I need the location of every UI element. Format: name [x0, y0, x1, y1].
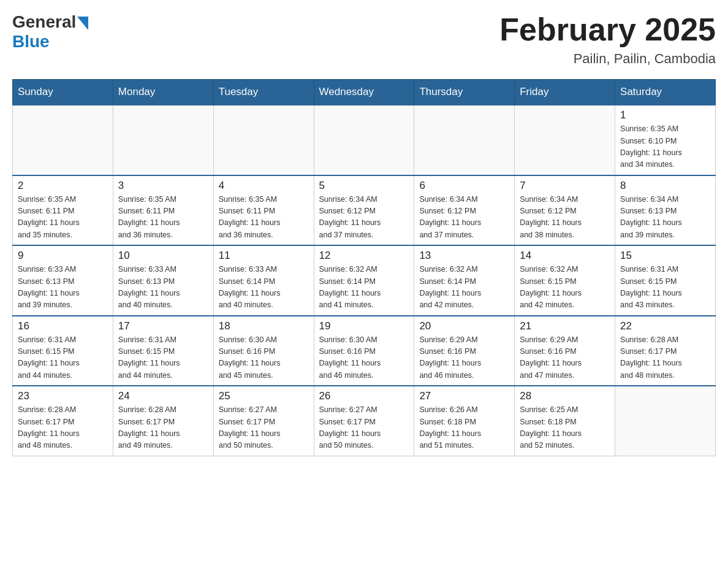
day-number: 24: [118, 390, 208, 402]
day-info: Sunrise: 6:26 AM Sunset: 6:18 PM Dayligh…: [419, 405, 481, 450]
calendar-day-cell: [615, 386, 716, 456]
day-number: 26: [319, 390, 409, 402]
calendar-day-cell: 11Sunrise: 6:33 AM Sunset: 6:14 PM Dayli…: [213, 245, 314, 316]
day-number: 25: [219, 390, 309, 402]
calendar-day-cell: 25Sunrise: 6:27 AM Sunset: 6:17 PM Dayli…: [213, 386, 314, 456]
day-number: 23: [18, 390, 108, 402]
day-number: 1: [620, 109, 710, 121]
calendar-day-header: Friday: [515, 80, 615, 105]
day-info: Sunrise: 6:33 AM Sunset: 6:14 PM Dayligh…: [219, 265, 281, 309]
day-info: Sunrise: 6:35 AM Sunset: 6:11 PM Dayligh…: [219, 195, 281, 239]
day-info: Sunrise: 6:31 AM Sunset: 6:15 PM Dayligh…: [18, 335, 80, 380]
logo-triangle-icon: [77, 17, 88, 30]
day-info: Sunrise: 6:34 AM Sunset: 6:12 PM Dayligh…: [319, 195, 381, 239]
calendar-day-cell: 9Sunrise: 6:33 AM Sunset: 6:13 PM Daylig…: [13, 245, 113, 316]
page-header: General Blue February 2025 Pailin, Paili…: [12, 12, 716, 67]
calendar-day-cell: [314, 105, 414, 175]
calendar-day-cell: [13, 105, 113, 175]
calendar-day-cell: 12Sunrise: 6:32 AM Sunset: 6:14 PM Dayli…: [314, 245, 414, 316]
calendar-day-cell: 22Sunrise: 6:28 AM Sunset: 6:17 PM Dayli…: [615, 316, 716, 386]
day-number: 6: [419, 180, 509, 192]
day-number: 22: [620, 320, 710, 332]
day-number: 20: [419, 320, 509, 332]
logo: General Blue: [12, 12, 88, 52]
day-info: Sunrise: 6:25 AM Sunset: 6:18 PM Dayligh…: [520, 405, 582, 450]
day-number: 15: [620, 250, 710, 262]
location-text: Pailin, Pailin, Cambodia: [499, 51, 716, 67]
day-info: Sunrise: 6:31 AM Sunset: 6:15 PM Dayligh…: [620, 265, 682, 309]
calendar-day-cell: [414, 105, 515, 175]
calendar-day-header: Sunday: [13, 80, 113, 105]
calendar-day-cell: 5Sunrise: 6:34 AM Sunset: 6:12 PM Daylig…: [314, 175, 414, 246]
calendar-day-cell: 26Sunrise: 6:27 AM Sunset: 6:17 PM Dayli…: [314, 386, 414, 456]
calendar-day-cell: 24Sunrise: 6:28 AM Sunset: 6:17 PM Dayli…: [113, 386, 213, 456]
day-info: Sunrise: 6:33 AM Sunset: 6:13 PM Dayligh…: [18, 265, 80, 309]
calendar-table: SundayMondayTuesdayWednesdayThursdayFrid…: [12, 79, 716, 456]
day-number: 28: [520, 390, 610, 402]
day-number: 14: [520, 250, 610, 262]
calendar-day-cell: 2Sunrise: 6:35 AM Sunset: 6:11 PM Daylig…: [13, 175, 113, 246]
day-info: Sunrise: 6:35 AM Sunset: 6:11 PM Dayligh…: [118, 195, 180, 239]
day-number: 19: [319, 320, 409, 332]
calendar-day-cell: 21Sunrise: 6:29 AM Sunset: 6:16 PM Dayli…: [515, 316, 615, 386]
month-title: February 2025: [499, 12, 716, 47]
day-info: Sunrise: 6:34 AM Sunset: 6:13 PM Dayligh…: [620, 195, 682, 239]
day-number: 21: [520, 320, 610, 332]
calendar-day-cell: [213, 105, 314, 175]
calendar-day-cell: [113, 105, 213, 175]
day-info: Sunrise: 6:28 AM Sunset: 6:17 PM Dayligh…: [18, 405, 80, 450]
calendar-week-row: 23Sunrise: 6:28 AM Sunset: 6:17 PM Dayli…: [13, 386, 716, 456]
calendar-day-header: Wednesday: [314, 80, 414, 105]
day-number: 13: [419, 250, 509, 262]
day-number: 2: [18, 180, 108, 192]
calendar-week-row: 1Sunrise: 6:35 AM Sunset: 6:10 PM Daylig…: [13, 105, 716, 175]
day-info: Sunrise: 6:34 AM Sunset: 6:12 PM Dayligh…: [520, 195, 582, 239]
day-number: 27: [419, 390, 509, 402]
day-number: 4: [219, 180, 309, 192]
day-number: 18: [219, 320, 309, 332]
calendar-day-cell: 4Sunrise: 6:35 AM Sunset: 6:11 PM Daylig…: [213, 175, 314, 246]
day-number: 16: [18, 320, 108, 332]
day-info: Sunrise: 6:29 AM Sunset: 6:16 PM Dayligh…: [419, 335, 481, 380]
day-number: 3: [118, 180, 208, 192]
calendar-week-row: 2Sunrise: 6:35 AM Sunset: 6:11 PM Daylig…: [13, 175, 716, 246]
day-info: Sunrise: 6:32 AM Sunset: 6:14 PM Dayligh…: [419, 265, 481, 309]
logo-general-text: General: [12, 12, 76, 32]
calendar-day-header: Thursday: [414, 80, 515, 105]
calendar-day-header: Monday: [113, 80, 213, 105]
day-info: Sunrise: 6:28 AM Sunset: 6:17 PM Dayligh…: [620, 335, 682, 380]
day-number: 12: [319, 250, 409, 262]
day-info: Sunrise: 6:35 AM Sunset: 6:10 PM Dayligh…: [620, 124, 682, 169]
day-info: Sunrise: 6:30 AM Sunset: 6:16 PM Dayligh…: [219, 335, 281, 380]
day-info: Sunrise: 6:34 AM Sunset: 6:12 PM Dayligh…: [419, 195, 481, 239]
day-number: 5: [319, 180, 409, 192]
logo-blue-text: Blue: [12, 32, 50, 52]
calendar-day-cell: 6Sunrise: 6:34 AM Sunset: 6:12 PM Daylig…: [414, 175, 515, 246]
calendar-day-header: Saturday: [615, 80, 716, 105]
calendar-day-cell: 20Sunrise: 6:29 AM Sunset: 6:16 PM Dayli…: [414, 316, 515, 386]
calendar-day-cell: 16Sunrise: 6:31 AM Sunset: 6:15 PM Dayli…: [13, 316, 113, 386]
calendar-day-cell: 10Sunrise: 6:33 AM Sunset: 6:13 PM Dayli…: [113, 245, 213, 316]
calendar-day-cell: [515, 105, 615, 175]
calendar-day-cell: 7Sunrise: 6:34 AM Sunset: 6:12 PM Daylig…: [515, 175, 615, 246]
day-info: Sunrise: 6:32 AM Sunset: 6:14 PM Dayligh…: [319, 265, 381, 309]
day-info: Sunrise: 6:27 AM Sunset: 6:17 PM Dayligh…: [219, 405, 281, 450]
day-number: 8: [620, 180, 710, 192]
day-number: 10: [118, 250, 208, 262]
calendar-day-cell: 17Sunrise: 6:31 AM Sunset: 6:15 PM Dayli…: [113, 316, 213, 386]
day-number: 9: [18, 250, 108, 262]
day-number: 7: [520, 180, 610, 192]
calendar-day-header: Tuesday: [213, 80, 314, 105]
day-info: Sunrise: 6:28 AM Sunset: 6:17 PM Dayligh…: [118, 405, 180, 450]
title-block: February 2025 Pailin, Pailin, Cambodia: [499, 12, 716, 67]
day-info: Sunrise: 6:32 AM Sunset: 6:15 PM Dayligh…: [520, 265, 582, 309]
calendar-day-cell: 28Sunrise: 6:25 AM Sunset: 6:18 PM Dayli…: [515, 386, 615, 456]
calendar-day-cell: 19Sunrise: 6:30 AM Sunset: 6:16 PM Dayli…: [314, 316, 414, 386]
day-info: Sunrise: 6:30 AM Sunset: 6:16 PM Dayligh…: [319, 335, 381, 380]
day-info: Sunrise: 6:35 AM Sunset: 6:11 PM Dayligh…: [18, 195, 80, 239]
day-info: Sunrise: 6:29 AM Sunset: 6:16 PM Dayligh…: [520, 335, 582, 380]
day-info: Sunrise: 6:31 AM Sunset: 6:15 PM Dayligh…: [118, 335, 180, 380]
calendar-day-cell: 15Sunrise: 6:31 AM Sunset: 6:15 PM Dayli…: [615, 245, 716, 316]
calendar-week-row: 16Sunrise: 6:31 AM Sunset: 6:15 PM Dayli…: [13, 316, 716, 386]
day-info: Sunrise: 6:27 AM Sunset: 6:17 PM Dayligh…: [319, 405, 381, 450]
